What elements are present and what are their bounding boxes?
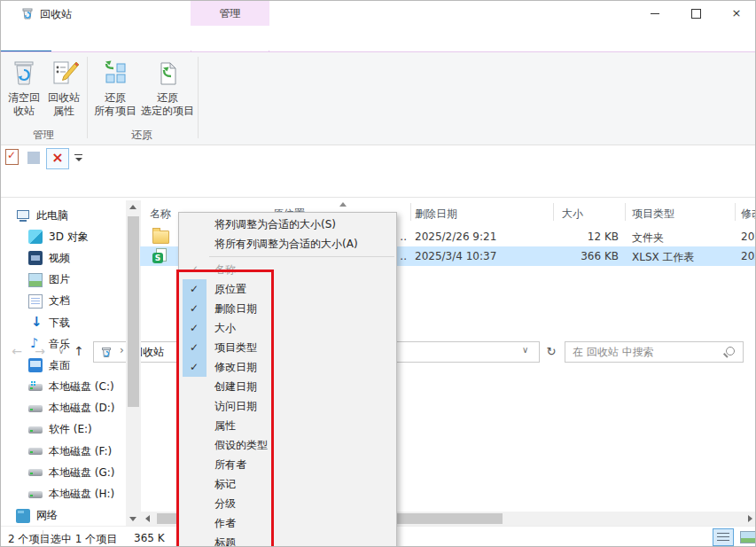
check-icon <box>183 279 207 299</box>
refresh-button[interactable]: ↻ <box>542 341 561 363</box>
disk-icon <box>28 465 43 480</box>
scrollbar-thumb[interactable] <box>128 216 139 407</box>
sidebar-item-network[interactable]: 网络 <box>1 505 125 527</box>
sidebar-item-pictures[interactable]: 图片 <box>1 270 125 291</box>
sidebar-item-disk-h[interactable]: 本地磁盘 (H:) <box>1 483 125 504</box>
sidebar-item-videos[interactable]: 视频 <box>1 247 125 269</box>
check-icon <box>183 338 207 357</box>
restore-selected-items-button[interactable]: 还原 选定的项目 <box>140 55 195 138</box>
selected-count: 选中 1 个项目 <box>51 532 117 547</box>
details-view-button[interactable] <box>713 528 734 546</box>
file-size: 12 KB <box>548 231 619 243</box>
check-icon <box>183 377 207 396</box>
sidebar-item-disk-g[interactable]: 本地磁盘 (G:) <box>1 462 125 483</box>
contextual-tab-header: 管理 <box>191 1 269 26</box>
column-context-menu: 将列调整为合适的大小(S) 将所有列调整为合适的大小(A) 名称 原位置 删除日… <box>178 212 397 547</box>
sidebar-item-3d-objects[interactable]: 3D 对象 <box>1 226 125 247</box>
menu-item-column-attributes[interactable]: 属性 <box>179 416 396 435</box>
menu-item-column-title[interactable]: 标题 <box>179 533 396 547</box>
delete-quick-button[interactable]: × <box>46 148 69 169</box>
menu-item-column-origin[interactable]: 原位置 <box>179 279 396 299</box>
item-type: 文件夹 <box>632 231 664 246</box>
properties-quick-icon[interactable] <box>5 149 19 165</box>
column-divider <box>553 203 554 221</box>
check-icon <box>183 494 207 513</box>
modified-date: 2025 <box>741 250 756 262</box>
title-bar: 回收站 管理 × <box>1 1 756 26</box>
sort-ascending-icon <box>339 202 347 207</box>
sidebar-item-disk-f[interactable]: 本地磁盘 (F:) <box>1 441 125 462</box>
address-dropdown-chevron-icon[interactable]: ∨ <box>522 345 528 355</box>
sidebar-item-documents[interactable]: 文档 <box>1 291 125 312</box>
menu-item-column-rating[interactable]: 分级 <box>179 494 396 513</box>
sidebar-item-music[interactable]: 音乐 <box>1 333 125 355</box>
picture-icon <box>28 273 43 287</box>
film-icon <box>28 251 43 265</box>
maximize-button[interactable] <box>675 1 716 26</box>
disk-icon <box>28 488 43 502</box>
check-icon <box>183 318 207 338</box>
large-icons-view-button[interactable] <box>737 528 756 546</box>
refresh-icon: ↻ <box>547 345 557 358</box>
sidebar-item-downloads[interactable]: 下载 <box>1 312 125 333</box>
menu-item-column-accessed-date[interactable]: 访问日期 <box>179 396 396 416</box>
modified-date: 2025 <box>741 231 756 243</box>
deleted-date: 2025/2/26 9:21 <box>415 231 496 243</box>
check-icon <box>183 455 207 474</box>
scroll-down-icon[interactable] <box>129 517 136 521</box>
disk-icon <box>28 423 43 437</box>
navigation-pane: 此电脑 3D 对象 视频 图片 文档 下载 音乐 桌面 本地磁盘 (C:) 本地… <box>1 205 125 527</box>
spreadsheet-icon <box>152 248 168 263</box>
download-icon <box>28 316 43 330</box>
scroll-left-icon[interactable] <box>145 515 150 522</box>
menu-item-size-all-columns-to-fit[interactable]: 将所有列调整为合适的大小(A) <box>179 234 396 254</box>
menu-item-column-modified-date[interactable]: 修改日期 <box>179 357 396 377</box>
check-icon <box>183 533 207 547</box>
menu-item-column-size[interactable]: 大小 <box>179 318 396 338</box>
empty-recycle-bin-icon <box>9 58 39 90</box>
maximize-icon <box>691 9 701 19</box>
column-header-deleted[interactable]: 删除日期 <box>415 207 457 222</box>
quick-access-toolbar: × <box>1 146 756 169</box>
customize-toolbar-dropdown-icon[interactable] <box>74 154 82 162</box>
empty-recycle-bin-button[interactable]: 清空回 收站 <box>4 55 43 138</box>
restore-selected-icon <box>152 58 183 90</box>
menu-item-column-tags[interactable]: 标记 <box>179 474 396 494</box>
close-button[interactable]: × <box>716 1 756 26</box>
menu-item-column-created-date[interactable]: 创建日期 <box>179 377 396 396</box>
item-type: XLSX 工作表 <box>632 250 695 265</box>
check-icon <box>183 435 207 455</box>
menu-item-column-item-type[interactable]: 项目类型 <box>179 338 396 357</box>
scroll-up-icon[interactable] <box>129 205 136 209</box>
sidebar-item-this-pc[interactable]: 此电脑 <box>1 205 125 226</box>
address-row: ← → ∨ ↑ › 回收站 ∨ ↻ 在 回收站 中搜索 <box>1 169 756 198</box>
minimize-button[interactable] <box>635 1 675 26</box>
monitor-icon <box>16 208 30 223</box>
sidebar-item-disk-d[interactable]: 本地磁盘 (D:) <box>1 398 125 419</box>
network-icon <box>16 509 30 523</box>
menu-item-column-owner[interactable]: 所有者 <box>179 455 396 474</box>
check-icon <box>183 357 207 377</box>
recycle-bin-properties-button[interactable]: 回收站 属性 <box>43 55 84 138</box>
sidebar-item-desktop[interactable]: 桌面 <box>1 355 125 376</box>
menu-item-size-column-to-fit[interactable]: 将列调整为合适的大小(S) <box>179 215 396 234</box>
check-icon <box>183 474 207 494</box>
menu-item-column-deleted-date[interactable]: 删除日期 <box>179 299 396 318</box>
menu-item-column-authors[interactable]: 作者 <box>179 513 396 533</box>
ribbon-tab-row: 文件 主页 共享 查看 回收站工具 ∧ ? <box>1 26 756 51</box>
sidebar-item-disk-c[interactable]: 本地磁盘 (C:) <box>1 377 125 398</box>
music-icon <box>28 337 43 351</box>
column-header-name[interactable]: 名称 <box>150 207 171 222</box>
menu-item-column-perceived-type[interactable]: 假设的类型 <box>179 435 396 455</box>
ribbon-group-separator <box>198 57 199 138</box>
column-header-size[interactable]: 大小 <box>562 207 583 222</box>
status-divider <box>43 530 43 543</box>
column-header-type[interactable]: 项目类型 <box>632 207 674 222</box>
sidebar-scrollbar[interactable] <box>126 200 141 526</box>
scroll-right-icon[interactable] <box>748 515 752 522</box>
column-header-modified[interactable]: 修改 <box>741 207 756 222</box>
search-icon[interactable] <box>726 347 735 356</box>
sidebar-item-disk-e[interactable]: 软件 (E:) <box>1 419 125 441</box>
new-folder-quick-icon[interactable] <box>27 152 40 164</box>
restore-all-items-button[interactable]: 还原 所有项目 <box>90 55 140 138</box>
